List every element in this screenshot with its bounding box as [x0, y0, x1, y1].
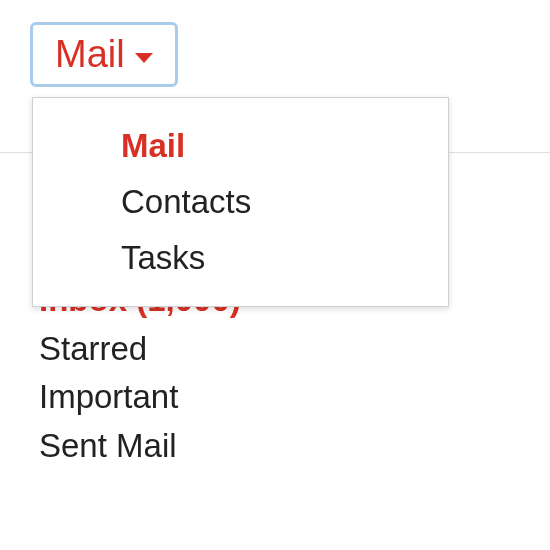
menu-item-tasks[interactable]: Tasks: [33, 230, 448, 286]
sidebar-item-label: Starred: [39, 330, 147, 367]
sidebar-item-starred[interactable]: Starred: [39, 325, 241, 374]
sidebar-item-label: Sent Mail: [39, 427, 177, 464]
menu-item-mail[interactable]: Mail: [33, 118, 448, 174]
app-switcher-menu: Mail Contacts Tasks: [32, 97, 449, 307]
sidebar-item-sent-mail[interactable]: Sent Mail: [39, 422, 241, 471]
app-switcher-button[interactable]: Mail: [30, 22, 178, 87]
sidebar-item-important[interactable]: Important: [39, 373, 241, 422]
menu-item-label: Tasks: [121, 239, 205, 276]
menu-item-label: Mail: [121, 127, 185, 164]
menu-item-label: Contacts: [121, 183, 251, 220]
caret-down-icon: [135, 53, 153, 63]
menu-item-contacts[interactable]: Contacts: [33, 174, 448, 230]
app-switcher-label: Mail: [55, 33, 125, 76]
sidebar-item-label: Important: [39, 378, 178, 415]
